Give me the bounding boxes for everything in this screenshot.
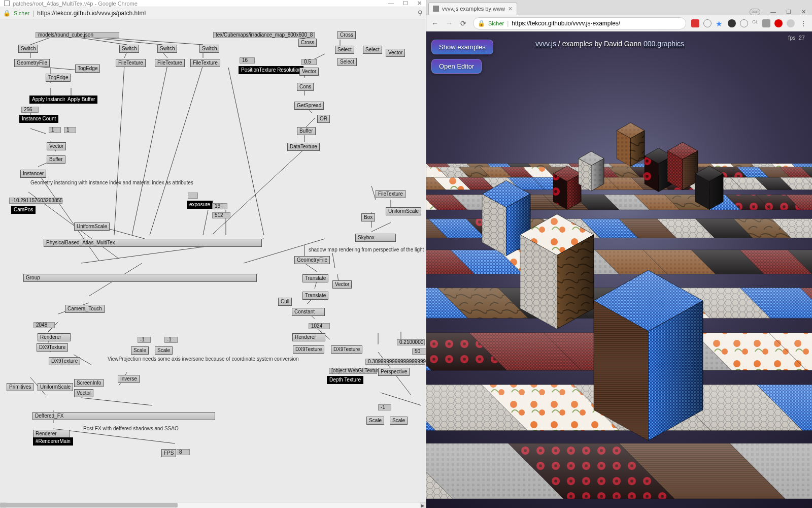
node-cross-2[interactable]: Cross [298, 39, 317, 47]
ext-icon-1[interactable] [691, 19, 699, 27]
node-perspective[interactable]: Perspective [378, 368, 410, 376]
node-togedge-2[interactable]: TogEdge [46, 74, 71, 82]
node-renderer-2[interactable]: Renderer [292, 333, 325, 341]
node-vector-3[interactable]: Vector [299, 68, 319, 76]
node-dx9texture-4[interactable]: DX9Texture [49, 357, 80, 365]
menu-icon[interactable]: ⋮ [799, 19, 808, 28]
close-icon[interactable]: ✕ [801, 9, 806, 15]
close-icon[interactable]: ✕ [417, 0, 422, 7]
node-switch-1[interactable]: Switch [18, 45, 38, 53]
ext-icon-3[interactable] [740, 19, 748, 27]
node-cons[interactable]: Cons [297, 83, 314, 91]
node-dx9texture-2[interactable]: DX9Texture [293, 345, 324, 354]
zoom-icon[interactable] [703, 19, 712, 27]
star-icon[interactable]: ★ [716, 19, 724, 27]
node-cross-1[interactable]: Cross [337, 31, 356, 39]
node-geometryfile-2[interactable]: GeometryFile [294, 256, 330, 264]
node-screeninfo[interactable]: ScreenInfo [74, 379, 104, 387]
node-select-3[interactable]: Select [337, 58, 357, 66]
horizontal-scrollbar[interactable]: ◀ ▶ [0, 502, 426, 508]
ext-icon-5[interactable] [787, 19, 795, 27]
browser-tab[interactable]: vvvv.js examples by www ✕ [428, 2, 517, 15]
scroll-right-icon[interactable]: ▶ [420, 502, 426, 508]
scrollbar-thumb[interactable] [0, 503, 178, 507]
node-vector-2[interactable]: Vector [386, 49, 405, 57]
iobox-16-res[interactable]: 16 [240, 57, 255, 64]
node-inverse[interactable]: Inverse [118, 375, 140, 383]
node-physicalbased[interactable]: PhysicalBased_Atlas_MultiTex [44, 239, 262, 247]
node-primitives[interactable]: Primitives [7, 383, 33, 391]
node-datatexture[interactable]: DataTexture [287, 143, 320, 151]
minimize-icon[interactable]: — [770, 9, 776, 15]
node-filetexture-1[interactable]: FileTexture [116, 59, 146, 67]
iobox-2048[interactable]: 2048 [33, 322, 55, 328]
node-translate-1[interactable]: Translate [302, 274, 328, 282]
iobox-1024[interactable]: 1024 [309, 323, 330, 329]
node-scale-1[interactable]: Scale [131, 346, 149, 355]
iobox-neg1b[interactable]: -1 [164, 337, 178, 343]
url-text[interactable]: https://tekcor.github.io/vvvv.js/patch.h… [37, 10, 146, 17]
node-cull[interactable]: Cull [278, 298, 292, 306]
node-uniformscale-1[interactable]: UniformScale [74, 223, 110, 231]
node-vector-4[interactable]: Vector [332, 280, 352, 289]
node-scale-3[interactable]: Scale [366, 417, 384, 425]
iobox-exposure-val[interactable] [188, 193, 198, 199]
iobox-021[interactable]: 0.2100000 [397, 339, 425, 345]
iobox-long[interactable]: 0.309999999999999999999 [365, 359, 425, 365]
node-scale-2[interactable]: Scale [155, 346, 173, 355]
node-camera-touch[interactable]: Camera_Touch [65, 305, 105, 313]
ext-icon-2[interactable] [728, 19, 736, 27]
node-switch-3[interactable]: Switch [157, 45, 177, 53]
node-renderer-1[interactable]: Renderer [38, 333, 71, 341]
node-renderer-main[interactable]: Renderer [33, 430, 70, 438]
node-vector-1[interactable]: Vector [47, 142, 66, 150]
patch-canvas[interactable]: models/round_cube.json tex/Cubemaps/irra… [0, 19, 426, 502]
node-geometryfile[interactable]: GeometryFile [14, 59, 50, 67]
maximize-icon[interactable]: ☐ [403, 0, 408, 7]
node-skybox[interactable]: Skybox [355, 234, 396, 242]
omnibox[interactable]: 🔒 Sicher | https://tekcor.github.io/vvvv… [473, 17, 686, 29]
node-switch-4[interactable]: Switch [199, 45, 219, 53]
node-constant[interactable]: Constant [292, 308, 325, 316]
ext-icon-abp[interactable] [774, 19, 783, 27]
iobox-8[interactable]: 8 [177, 449, 190, 455]
iobox-campos[interactable]: -10.291157603263855 [9, 198, 62, 204]
iobox-16[interactable]: 16 [212, 203, 227, 209]
node-fps[interactable]: FPS [161, 449, 176, 457]
iobox-512[interactable]: 512 [212, 212, 230, 218]
node-switch-2[interactable]: Switch [119, 45, 139, 53]
ext-ooo-icon[interactable]: ○○○ [750, 9, 760, 15]
minimize-icon[interactable]: — [388, 0, 394, 7]
node-filetexture-3[interactable]: FileTexture [190, 59, 220, 67]
tab-close-icon[interactable]: ✕ [508, 6, 513, 12]
node-box[interactable]: Box [361, 213, 375, 221]
iobox-1b[interactable]: 1 [64, 127, 76, 133]
node-translate-2[interactable]: Translate [302, 292, 328, 300]
node-filetexture-2[interactable]: FileTexture [155, 59, 185, 67]
node-getspread[interactable]: GetSpread [294, 102, 324, 110]
maximize-icon[interactable]: ☐ [786, 9, 791, 15]
search-icon[interactable]: ⚲ [418, 9, 423, 17]
node-scale-4[interactable]: Scale [390, 417, 408, 425]
iobox-neg1c[interactable]: -1 [378, 404, 391, 410]
iobox-1a[interactable]: 1 [49, 127, 61, 133]
node-dx9texture-3[interactable]: DX9Texture [331, 345, 362, 354]
node-uniformscale-3[interactable]: UniformScale [38, 383, 73, 391]
iobox-50[interactable]: 50 [412, 348, 426, 355]
ext-icon-4[interactable] [762, 19, 770, 27]
iobox-256[interactable]: 256 [21, 107, 39, 113]
node-vector-5[interactable]: Vector [74, 389, 93, 397]
iobox-webgl[interactable]: [object WebGLTexture] [329, 368, 377, 374]
node-instancer[interactable]: Instancer [20, 170, 46, 178]
iobox-cubemap-path[interactable]: tex/Cubemaps/irradiance_map_800x600_8 [213, 32, 315, 38]
reload-icon[interactable]: ⟳ [459, 19, 468, 28]
node-uniformscale-2[interactable]: UniformScale [386, 207, 421, 215]
node-buffer-1[interactable]: Buffer [47, 155, 65, 164]
node-group[interactable]: Group [23, 274, 257, 282]
node-or[interactable]: OR [317, 115, 330, 123]
node-togedge-1[interactable]: TogEdge [75, 65, 100, 73]
node-dx9texture-1[interactable]: DX9Texture [37, 343, 68, 352]
iobox-05[interactable]: 0.5 [301, 59, 317, 65]
back-icon[interactable]: ← [430, 19, 439, 28]
node-select-2[interactable]: Select [363, 46, 382, 54]
